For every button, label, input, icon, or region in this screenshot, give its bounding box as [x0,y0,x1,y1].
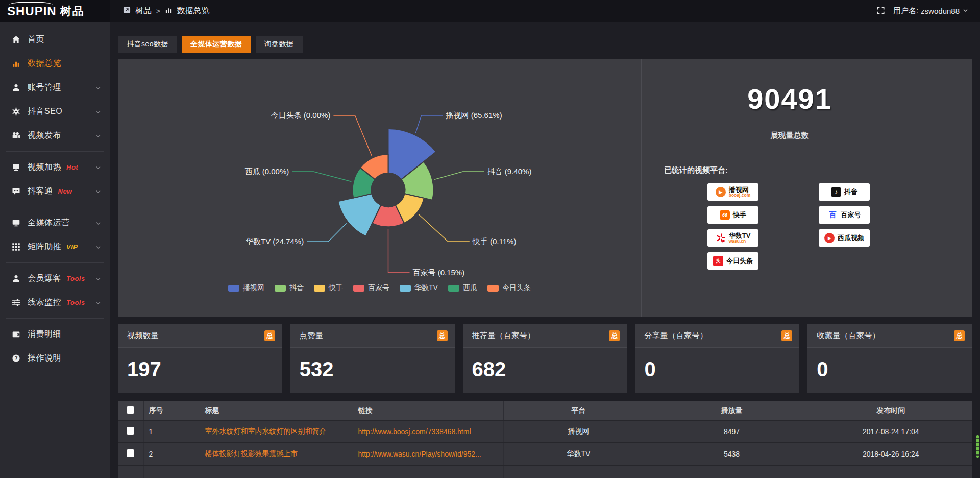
sidebar-item-home[interactable]: 首页 [0,28,110,52]
data-tabs: 抖音seo数据全媒体运营数据询盘数据 [118,36,972,53]
monitor-icon [11,219,20,228]
stat-card-title: 收藏量（百家号） [817,331,880,341]
stat-card-header: 视频数量总 [118,324,282,348]
platform-name: 抖音 [844,188,857,196]
sidebar-item-operation-guide[interactable]: ?操作说明 [0,346,110,370]
sidebar-item-badge: Tools [66,299,85,306]
sidebar-item-matrix-boost[interactable]: 矩阵助推VIP [0,235,110,259]
total-badge[interactable]: 总 [437,330,448,341]
sidebar-item-omni-media[interactable]: 全媒体运营 [0,211,110,235]
tab-omni-media-data[interactable]: 全媒体运营数据 [182,36,251,53]
cell-video-title[interactable]: 室外水纹灯和室内水纹灯的区别和简介 [205,427,348,436]
sidebar-item-member-leads[interactable]: 会员爆客Tools [0,267,110,291]
breadcrumb-root[interactable]: 树品 [135,6,152,16]
app-logo: SHUPIN 树品 [0,0,110,22]
row-checkbox[interactable] [127,427,134,435]
douyin-logo-icon: ♪ [831,187,841,197]
pie-label-line [307,223,346,242]
pie-slice-label: 播视网 (65.61%) [446,111,502,119]
legend-label: 快手 [329,283,343,293]
legend-item-0[interactable]: 播视网 [228,283,264,293]
legend-label: 华数TV [414,283,438,293]
sidebar-divider [6,262,104,263]
select-all-checkbox[interactable] [127,406,134,414]
legend-item-4[interactable]: 华数TV [400,283,438,293]
impressions-summary: 90491 展现量总数 已统计的视频平台: ▶播视网boosj.com66快手华… [641,59,972,317]
total-badge[interactable]: 总 [954,330,965,341]
legend-swatch [275,285,286,292]
sidebar-item-douketong[interactable]: 抖客通New [0,179,110,203]
xigua-logo-icon: ▶ [824,233,835,243]
legend-swatch [448,285,459,292]
stat-card-1: 点赞量总532 [290,324,455,393]
table-row: 2楼体投影灯投影效果震撼上市http://www.wasu.cn/Play/sh… [118,443,972,465]
table-row-partial [118,465,972,478]
platform-badge-wasu: 华数TVwasu.cn [707,229,758,247]
sidebar-item-label: 数据总览 [28,58,61,69]
total-badge[interactable]: 总 [609,330,620,341]
chevron-down-icon [962,7,969,15]
sidebar-item-label: 会员爆客 [28,273,61,284]
total-badge[interactable]: 总 [264,330,275,341]
pie-slice-label: 今日头条 (0.00%) [271,111,331,119]
legend-item-1[interactable]: 抖音 [275,283,304,293]
sidebar-item-account-manage[interactable]: 账号管理 [0,76,110,100]
legend-label: 今日头条 [502,283,531,293]
platform-badge-toutiao: 头今日头条 [707,252,758,270]
pie-label-line [434,172,484,179]
cell-views: 5438 [654,443,810,465]
sidebar-item-video-publish[interactable]: 视频发布 [0,124,110,148]
user-menu[interactable]: 用户名: zswodun88 [893,6,969,16]
videos-table-wrap: 序号标题链接平台播放量发布时间 1室外水纹灯和室内水纹灯的区别和简介http:/… [118,401,972,478]
fullscreen-icon[interactable] [876,6,885,16]
legend-item-2[interactable]: 快手 [314,283,343,293]
select-all-checkbox-cell [118,401,143,420]
toutiao-logo-icon: 头 [713,256,723,266]
row-checkbox[interactable] [127,449,134,457]
overview-panel: 播视网 (65.61%)抖音 (9.40%)快手 (0.11%)百家号 (0.1… [118,59,972,317]
user-icon [11,274,20,283]
legend-label: 百家号 [368,283,389,293]
stat-card-header: 分享量（百家号）总 [635,324,799,348]
tab-douyin-seo-data[interactable]: 抖音seo数据 [118,36,177,53]
chart-legend: 播视网抖音快手百家号华数TV西瓜今日头条 [118,283,641,293]
legend-item-6[interactable]: 今日头条 [487,283,531,293]
pie-slice-4[interactable] [338,194,381,236]
stat-cards-row: 视频数量总197点赞量总532推荐量（百家号）总682分享量（百家号）总0收藏量… [118,324,972,393]
sidebar-item-data-overview[interactable]: 数据总览 [0,52,110,76]
sidebar-item-label: 抖客通 [28,186,53,197]
sidebar-item-label: 首页 [28,34,44,45]
home-icon [11,35,20,44]
chevron-down-icon [95,132,102,139]
legend-swatch [400,285,411,292]
cell-video-link[interactable]: http://www.boosj.com/7338468.html [358,427,498,436]
user-icon [11,83,20,92]
col-header-2: 链接 [353,401,503,420]
chevron-down-icon [95,299,102,306]
comment-icon [11,187,20,196]
stat-card-body: 197 [118,348,282,393]
sidebar-item-label: 线索监控 [28,297,61,308]
tab-inquiry-data[interactable]: 询盘数据 [256,36,303,53]
sidebar-item-badge: New [58,187,72,195]
sidebar-item-clue-monitor[interactable]: 线索监控Tools [0,291,110,315]
platform-domain: boosj.com [729,193,751,198]
sidebar-item-video-heating[interactable]: 视频加热Hot [0,155,110,179]
platform-badge-baijiahao: 百百家号 [819,206,870,224]
legend-item-3[interactable]: 百家号 [353,283,389,293]
sidebar-item-douyin-seo[interactable]: 抖音SEO [0,100,110,124]
stat-card-body: 0 [635,348,799,393]
logo-text-cn: 树品 [60,4,85,19]
cell-video-title[interactable]: 楼体投影灯投影效果震撼上市 [205,449,348,459]
total-badge[interactable]: 总 [781,330,792,341]
pie-label-line [415,115,443,133]
sidebar-item-consume-detail[interactable]: 消费明细 [0,322,110,346]
scrollbar-minimap-marker [976,435,979,458]
sidebar-item-label: 账号管理 [28,82,61,93]
stat-card-title: 视频数量 [127,331,159,341]
videocam-icon [11,131,20,140]
stat-card-value: 532 [300,359,446,379]
bars-icon [11,59,20,68]
legend-item-5[interactable]: 西瓜 [448,283,477,293]
cell-video-link[interactable]: http://www.wasu.cn/Play/show/id/952... [358,450,498,458]
